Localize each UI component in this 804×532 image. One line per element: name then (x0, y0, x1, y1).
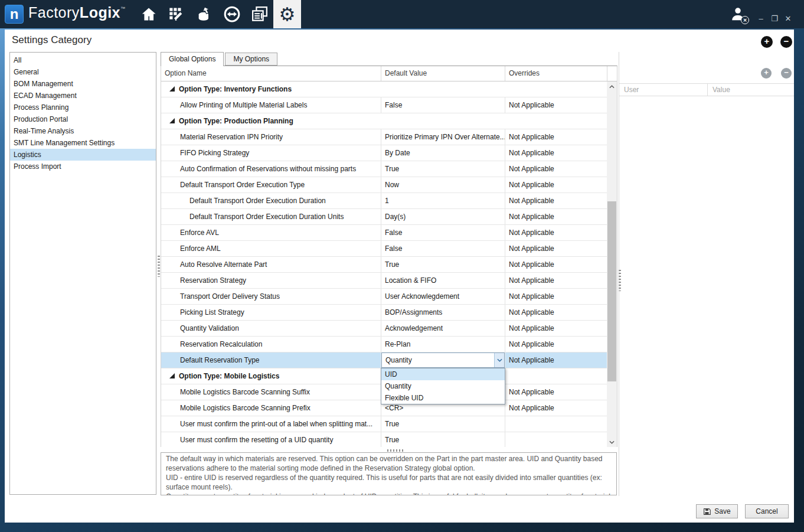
option-row-material-reservation-ipn-priority[interactable]: Material Reservation IPN PriorityPriorit… (161, 129, 607, 145)
default-value-cell: False (381, 97, 505, 113)
collapse-triangle-icon[interactable] (169, 372, 179, 380)
overrides-cell: Not Applicable (505, 384, 607, 400)
option-row-auto-confirmation-of-reservations-without-missing-parts[interactable]: Auto Confirmation of Reservations withou… (161, 161, 607, 177)
collapse-triangle-icon[interactable] (169, 85, 179, 93)
default-value-cell: 1 (381, 193, 505, 208)
option-name-cell: Mobile Logistics Barcode Scanning Prefix (161, 400, 381, 416)
description-splitter[interactable] (387, 449, 405, 452)
sidebar-item-logistics[interactable]: Logistics (10, 149, 156, 161)
sidebar-item-bom-management[interactable]: BOM Management (10, 78, 156, 90)
gear-icon[interactable]: ⚙ (273, 0, 301, 28)
option-name-cell: Quantity Validation (161, 321, 381, 336)
option-name-cell: Enforce AML (161, 241, 381, 256)
home-icon[interactable] (135, 0, 162, 28)
cancel-button[interactable]: Cancel (745, 504, 789, 518)
save-button[interactable]: Save (696, 504, 738, 518)
maximize-button[interactable]: ❐ (769, 14, 780, 23)
option-row-enforce-avl[interactable]: Enforce AVLFalseNot Applicable (161, 225, 607, 241)
overrides-cell: Not Applicable (505, 193, 607, 208)
stacked-windows-icon[interactable] (246, 0, 273, 28)
scroll-up-icon[interactable] (607, 81, 617, 92)
sidebar-item-real-time-analysis[interactable]: Real-Time Analysis (10, 125, 156, 137)
sidebar-item-all[interactable]: All (10, 54, 156, 66)
option-row-transport-order-delivery-status[interactable]: Transport Order Delivery StatusUser Ackn… (161, 289, 607, 305)
overrides-cell: Not Applicable (505, 289, 607, 304)
option-name-cell: Transport Order Delivery Status (161, 289, 381, 304)
sidebar-item-process-planning[interactable]: Process Planning (10, 102, 156, 113)
minimize-button[interactable]: – (756, 14, 766, 23)
database-arrow-icon[interactable] (190, 0, 218, 28)
option-row-default-transport-order-execution-duration[interactable]: Default Transport Order Execution Durati… (161, 193, 607, 209)
option-row-default-reservation-type[interactable]: Default Reservation TypeQuantityNot Appl… (161, 353, 607, 368)
sidebar-splitter[interactable] (158, 256, 160, 277)
option-name-cell: User must confirm the resetting of a UID… (161, 432, 381, 447)
sidebar-item-ecad-management[interactable]: ECAD Management (10, 90, 156, 102)
grid-pencil-icon[interactable] (162, 0, 190, 28)
add-category-button[interactable]: + (761, 36, 773, 48)
dropdown-item-quantity[interactable]: Quantity (381, 380, 505, 392)
option-row-allow-printing-of-multiple-material-labels[interactable]: Allow Printing of Multiple Material Labe… (161, 97, 607, 113)
option-name-cell: Reservation Strategy (161, 273, 381, 288)
overrides-cell: Not Applicable (505, 225, 607, 240)
group-row-option-type-inventory-functions[interactable]: Option Type: Inventory Functions (161, 81, 607, 97)
overrides-cell: Not Applicable (505, 305, 607, 320)
sidebar-item-process-import[interactable]: Process Import (10, 161, 156, 172)
group-row-option-type-production-planning[interactable]: Option Type: Production Planning (161, 113, 607, 129)
option-row-reservation-strategy[interactable]: Reservation StrategyLocation & FIFONot A… (161, 273, 607, 289)
option-name-cell: Default Transport Order Execution Durati… (161, 193, 381, 208)
user-logout-icon[interactable]: ✕ (730, 6, 747, 23)
close-button[interactable]: ✕ (783, 14, 793, 23)
reservation-type-dropdown: UIDQuantityFlexible UID (381, 368, 505, 404)
sidebar-item-smt-line-management-settings[interactable]: SMT Line Management Settings (10, 137, 156, 149)
default-value-cell: Location & FIFO (381, 273, 505, 288)
scrollbar-thumb[interactable] (607, 201, 616, 381)
application-window: n FactoryLogix™ (0, 0, 804, 532)
chevron-down-icon[interactable] (494, 353, 504, 367)
option-row-reservation-recalculation[interactable]: Reservation RecalculationRe-PlanNot Appl… (161, 337, 607, 353)
option-row-default-transport-order-execution-duration-units[interactable]: Default Transport Order Execution Durati… (161, 209, 607, 225)
option-row-default-transport-order-execution-type[interactable]: Default Transport Order Execution TypeNo… (161, 177, 607, 193)
option-row-auto-resolve-alternate-part[interactable]: Auto Resolve Alternate PartTrueNot Appli… (161, 257, 607, 273)
brand-light: Factory (28, 4, 80, 21)
option-row-user-must-confirm-the-print-out-of-a-label-when-splitting-mat[interactable]: User must confirm the print-out of a lab… (161, 416, 607, 432)
overrides-cell (505, 432, 607, 447)
dropdown-item-flexible-uid[interactable]: Flexible UID (381, 392, 505, 404)
sidebar-item-general[interactable]: General (10, 66, 156, 78)
overrides-cell: Not Applicable (505, 273, 607, 288)
overrides-splitter[interactable] (619, 270, 621, 291)
add-override-button[interactable]: + (761, 68, 772, 79)
remove-category-button[interactable]: − (780, 36, 792, 48)
default-reservation-type-combobox[interactable]: Quantity (381, 353, 505, 368)
option-row-picking-list-strategy[interactable]: Picking List StrategyBOP/AssignmentsNot … (161, 305, 607, 321)
option-row-fifo-picking-strategy[interactable]: FIFO Picking StrategyBy DateNot Applicab… (161, 145, 607, 161)
option-name-cell: Auto Resolve Alternate Part (161, 257, 381, 272)
tab-my-options[interactable]: My Options (225, 53, 277, 66)
dropdown-item-uid[interactable]: UID (381, 368, 505, 380)
option-row-enforce-aml[interactable]: Enforce AMLFalseNot Applicable (161, 241, 607, 257)
option-row-user-must-confirm-the-resetting-of-a-uid-quantity[interactable]: User must confirm the resetting of a UID… (161, 432, 607, 447)
option-row-quantity-validation[interactable]: Quantity ValidationAcknowledgementNot Ap… (161, 321, 607, 337)
overrides-cell: Not Applicable (505, 400, 607, 416)
remove-override-button[interactable]: − (781, 68, 792, 79)
transfer-circle-icon[interactable] (218, 0, 246, 28)
settings-page: Settings Category + − AllGeneralBOM Mana… (5, 30, 794, 523)
group-label: Option Type: Mobile Logistics (179, 372, 279, 380)
option-name-cell: Allow Printing of Multiple Material Labe… (161, 97, 381, 113)
settings-category-list: AllGeneralBOM ManagementECAD ManagementP… (9, 52, 156, 495)
overrides-cell: Not Applicable (505, 353, 607, 368)
column-header-user: User (619, 84, 708, 96)
collapse-triangle-icon[interactable] (169, 117, 179, 125)
trademark: ™ (120, 6, 126, 11)
column-header-overrides: Overrides (505, 66, 607, 81)
column-header-filler (607, 66, 617, 81)
option-description: The default way in which materials are r… (161, 452, 617, 495)
tab-global-options[interactable]: Global Options (161, 52, 224, 66)
options-scrollbar[interactable] (607, 81, 617, 447)
option-name-cell: User must confirm the print-out of a lab… (161, 416, 381, 432)
column-header-option-name: Option Name (161, 66, 381, 81)
overrides-panel: + − User Value (619, 52, 794, 496)
sidebar-item-production-portal[interactable]: Production Portal (10, 113, 156, 125)
overrides-cell: Not Applicable (505, 129, 607, 145)
option-name-cell: Default Transport Order Execution Durati… (161, 209, 381, 224)
scroll-down-icon[interactable] (607, 437, 617, 447)
